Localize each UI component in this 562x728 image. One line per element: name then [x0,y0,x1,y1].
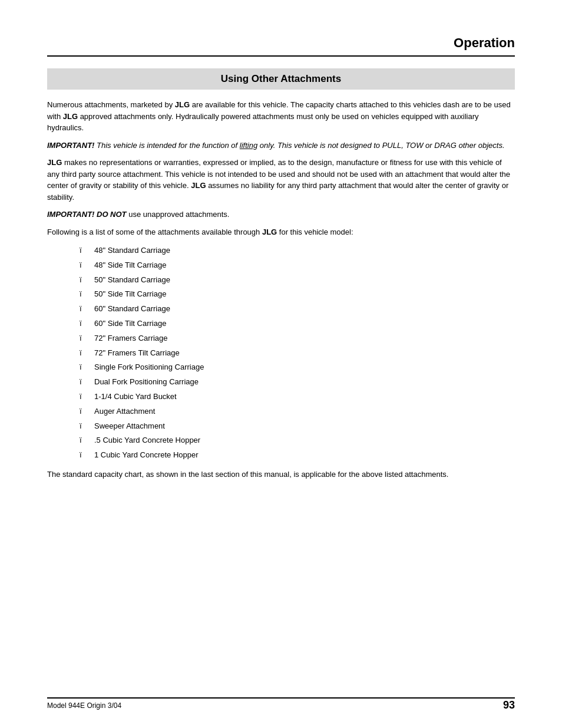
important-label-1: IMPORTANT! [47,141,94,150]
closing-paragraph: The standard capacity chart, as shown in… [47,469,515,480]
header-rule [47,55,515,57]
list-intro-paragraph: Following is a list of some of the attac… [47,226,515,238]
important-note-2: IMPORTANT! DO NOT use unapproved attachm… [47,209,515,220]
footer-rule [47,697,515,699]
important-label-2: IMPORTANT! DO NOT [47,210,127,219]
brand-jlg-4: JLG [191,181,206,190]
list-item: 48" Side Tilt Carriage [47,258,515,273]
list-item: 60" Side Tilt Carriage [47,317,515,331]
list-item: 1 Cubic Yard Concrete Hopper [47,448,515,463]
brand-jlg-1: JLG [175,100,190,109]
brand-jlg-3: JLG [47,158,62,167]
footer: Model 944E Origin 3/04 93 [47,699,515,711]
list-item: Dual Fork Positioning Carriage [47,375,515,390]
lifting-underline: lifting [240,141,257,150]
footer-page-number: 93 [503,699,515,711]
footer-model-info: Model 944E Origin 3/04 [47,701,121,710]
page-title: Operation [454,35,515,50]
header-section: Operation [47,35,515,51]
list-item: 48" Standard Carriage [47,243,515,258]
list-item: Auger Attachment [47,404,515,419]
list-item: 50" Standard Carriage [47,273,515,288]
page: Operation Using Other Attachments Numero… [0,0,562,728]
list-item: 50" Side Tilt Carriage [47,287,515,302]
important-note-1: IMPORTANT! This vehicle is intended for … [47,140,515,151]
main-content: Operation Using Other Attachments Numero… [47,35,515,533]
subsection-title: Using Other Attachments [221,73,341,84]
subsection-title-box: Using Other Attachments [47,68,515,90]
list-item: 72" Framers Carriage [47,331,515,346]
list-item: .5 Cubic Yard Concrete Hopper [47,433,515,448]
brand-jlg-2: JLG [63,112,78,121]
attachments-list: 48" Standard Carriage 48" Side Tilt Carr… [47,243,515,463]
list-item: Single Fork Positioning Carriage [47,360,515,375]
list-item: 1-1/4 Cubic Yard Bucket [47,390,515,404]
intro-paragraph: Numerous attachments, marketed by JLG ar… [47,99,515,134]
list-item: 72" Framers Tilt Carriage [47,346,515,361]
body-paragraph-2: JLG makes no representations or warranti… [47,157,515,203]
list-item: 60" Standard Carriage [47,302,515,317]
list-item: Sweeper Attachment [47,419,515,434]
brand-jlg-5: JLG [262,228,277,236]
